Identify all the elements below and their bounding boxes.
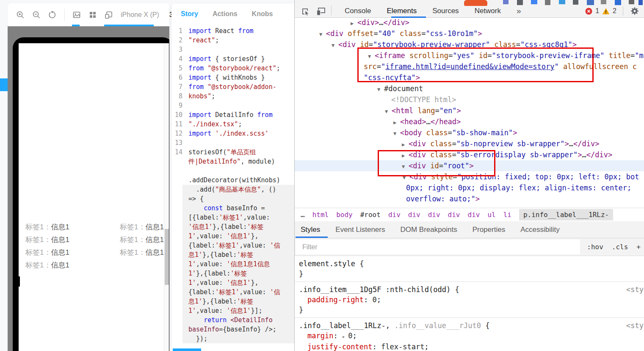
breadcrumb-item[interactable]: div <box>428 211 440 219</box>
dom-tree-node[interactable]: 0px; right: 0px; display: flex; align-it… <box>295 182 644 193</box>
info-value: 信息1 <box>51 236 69 244</box>
line-number <box>171 194 182 203</box>
info-label: 标签1： <box>120 236 145 244</box>
sidebar-accent-nub <box>0 78 8 91</box>
code-row: 7from "@storybook/addon- <box>171 82 294 92</box>
settings-gear-icon[interactable] <box>630 6 640 16</box>
tab-actions[interactable]: Actions <box>213 10 238 18</box>
line-number <box>171 259 182 269</box>
dom-tree-node[interactable]: <!DOCTYPE html> <box>295 94 644 105</box>
info-item: 标签1：信息1 <box>120 246 164 259</box>
styles-tab-properties[interactable]: Properties <box>473 226 505 234</box>
toolbar-divider <box>64 9 65 21</box>
active-tab-underline <box>391 17 426 18</box>
info-item: 标签1：信息1 <box>120 221 164 234</box>
styles-tab-accessibility[interactable]: Accessibility <box>520 226 560 234</box>
more-tabs-chevron-icon[interactable]: » <box>517 6 521 16</box>
css-property[interactable]: justify-content: flex-start; <box>299 342 644 351</box>
warning-icon[interactable] <box>602 8 610 15</box>
dom-tree-node[interactable]: overflow: auto;"> <box>295 193 644 204</box>
code-line: .add("商品基本信息", () <box>182 185 294 194</box>
dom-tree-node[interactable]: ▶<div>…</div> <box>295 17 644 28</box>
stylesheet-source-link[interactable]: <style <box>626 320 644 331</box>
code-row: 3 <box>171 45 294 54</box>
zoom-out-icon[interactable] <box>32 11 41 19</box>
code-line: .addDecorator(withKnobs) <box>182 176 294 185</box>
css-property[interactable]: margin: ▸ 0; <box>299 331 644 342</box>
code-row: .add("商品基本信息", () <box>171 185 294 194</box>
line-number: 7 <box>171 82 182 92</box>
breadcrumb-item[interactable]: div <box>408 211 420 219</box>
code-row: 8knobs"; <box>171 92 294 101</box>
preview-scrollbar[interactable] <box>164 43 169 351</box>
active-tab-underline <box>173 348 201 351</box>
info-label: 标签1： <box>25 261 51 269</box>
info-item: 标签1：信息1 <box>25 259 69 272</box>
code-line <box>182 166 294 176</box>
dom-tree-node[interactable]: ▼#document <box>295 83 644 94</box>
styles-tab-dom-breakpoints[interactable]: DOM Breakpoints <box>400 226 457 234</box>
error-icon[interactable] <box>585 8 592 15</box>
dom-tree-node[interactable]: ▶<head>…</head> <box>295 116 644 127</box>
css-selector: , <box>386 321 394 330</box>
image-background-icon[interactable] <box>72 11 81 19</box>
warning-count[interactable]: 2 <box>613 7 616 15</box>
styles-tab-styles[interactable]: Styles <box>301 226 320 234</box>
css-selector: element.style <box>299 259 355 268</box>
breadcrumb-item[interactable]: div <box>468 211 480 219</box>
info-value: 信息1 <box>51 248 69 256</box>
breadcrumb-item[interactable]: p.info__label___1RLz- <box>519 209 613 220</box>
toggle-hover-state-button[interactable]: :hov <box>587 243 603 251</box>
breadcrumb-item[interactable]: div <box>448 211 460 219</box>
info-value: 信息1 <box>145 223 163 231</box>
devtools-tab-network[interactable]: Network <box>475 7 501 15</box>
addon-panel: StoryActionsKnobs 1import React from2"re… <box>171 3 294 351</box>
device-preview-area: 标签1：信息1标签1：信息1标签1：信息1标签1：信息1 标签1：信息1标签1：… <box>8 26 169 351</box>
code-row: 9 <box>171 101 294 110</box>
reset-zoom-icon[interactable] <box>48 11 57 19</box>
tab-story[interactable]: Story <box>181 10 198 18</box>
code-line: 1',value: '信息1'}]; <box>182 306 294 315</box>
clipped-icon <box>601 0 606 4</box>
devtools-tab-sources[interactable]: Sources <box>432 7 459 15</box>
toggle-classes-button[interactable]: .cls <box>612 243 628 251</box>
dom-tree-node[interactable]: ▼<body class="sb-show-main"> <box>295 127 644 138</box>
code-row: 件|DetailInfo", module) <box>171 157 294 166</box>
inspect-element-icon[interactable] <box>301 7 310 16</box>
dom-tree-node[interactable]: ▼<html lang="en"> <box>295 105 644 116</box>
info-item: 标签1：信息1 <box>25 221 69 234</box>
dom-tree-node[interactable]: ▶<div class="sb-nopreview sb-wrapper">…<… <box>295 138 644 149</box>
css-selector-line: element.style { <box>299 259 644 269</box>
zoom-in-icon[interactable] <box>16 11 25 19</box>
devtools-toolbar: ConsoleElementsSourcesNetwork» 1 2 <box>295 0 644 18</box>
styles-tab-event-listeners[interactable]: Event Listeners <box>335 226 385 234</box>
line-number <box>171 334 182 343</box>
styles-filter-input[interactable] <box>296 240 580 254</box>
stylesheet-source-link[interactable]: <style <box>626 284 644 295</box>
css-property[interactable]: padding-right: 0; <box>299 295 644 305</box>
grid-icon[interactable] <box>88 11 97 19</box>
device-frame: 标签1：信息1标签1：信息1标签1：信息1标签1：信息1 标签1：信息1标签1：… <box>13 37 169 351</box>
code-row: 息1'},{label:'标签 <box>171 297 294 306</box>
scrollbar-thumb[interactable] <box>165 229 169 285</box>
device-rotate-icon[interactable] <box>105 11 113 19</box>
breadcrumb-item[interactable]: ul <box>487 211 495 219</box>
breadcrumb-item[interactable]: html <box>312 211 329 219</box>
dom-tree-node[interactable]: ▼<div offset="40" class="css-10ro1m"> <box>295 28 644 39</box>
new-style-rule-button[interactable]: + <box>636 243 641 251</box>
error-count[interactable]: 1 <box>595 7 599 15</box>
breadcrumb-item[interactable]: #root <box>360 211 381 219</box>
code-line: 息1'},{label:'标签 <box>182 297 294 306</box>
breadcrumb-item[interactable]: li <box>503 211 511 219</box>
status-badges: 1 2 <box>585 4 640 18</box>
devtools-tab-console[interactable]: Console <box>345 7 371 15</box>
tab-knobs[interactable]: Knobs <box>252 10 273 18</box>
devtools-tab-elements[interactable]: Elements <box>387 7 417 15</box>
toggle-device-toolbar-icon[interactable] <box>316 7 326 16</box>
story-source-code: 1import React from2"react";34import { st… <box>171 25 294 343</box>
clipped-icon <box>573 0 578 5</box>
device-select[interactable]: iPhone X (P) <box>121 11 159 19</box>
breadcrumb-item[interactable]: body <box>336 211 353 219</box>
breadcrumb-item[interactable]: div <box>388 211 401 219</box>
breadcrumb-item[interactable]: … <box>301 211 305 219</box>
